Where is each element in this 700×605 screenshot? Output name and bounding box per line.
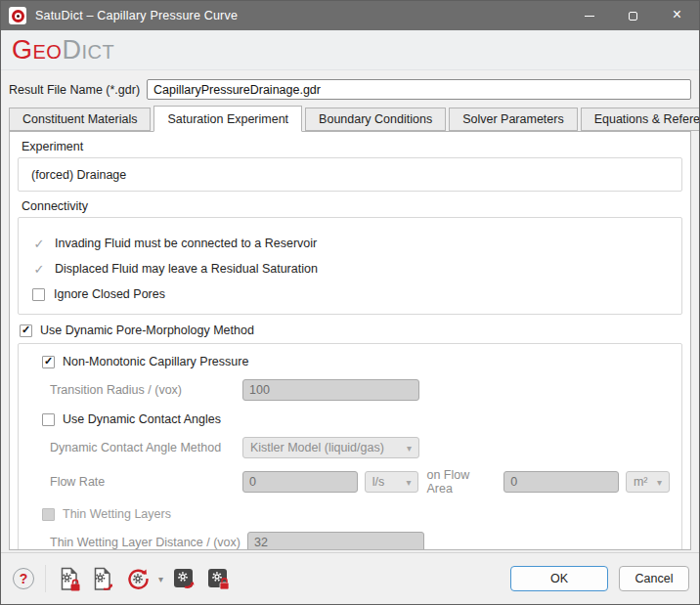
maximize-button[interactable] bbox=[611, 1, 655, 30]
tab-bar: Constituent Materials Saturation Experim… bbox=[1, 105, 699, 131]
document-gear-lock-icon bbox=[59, 567, 81, 591]
app-icon-dot bbox=[15, 13, 22, 20]
contact-angle-method-row: Dynamic Contact Angle Method Kistler Mod… bbox=[50, 437, 670, 458]
titlebar[interactable]: SatuDict – Capillary Pressure Curve × bbox=[1, 1, 699, 30]
checkmark-icon: ✓ bbox=[44, 356, 53, 367]
contact-angle-method-value: Kistler Model (liquid/gas) bbox=[250, 441, 384, 454]
document-gear-arrow-icon bbox=[92, 567, 114, 591]
result-file-row: Result File Name (*.gdr) bbox=[1, 70, 699, 105]
cancel-button[interactable]: Cancel bbox=[619, 566, 689, 591]
experiment-selection-box[interactable]: (forced) Drainage bbox=[18, 157, 682, 192]
checkmark-icon: ✓ bbox=[32, 262, 46, 277]
ok-button[interactable]: OK bbox=[510, 566, 608, 591]
connectivity-item-reservoir: ✓ Invading Fluid must be connected to a … bbox=[32, 236, 681, 251]
flow-rate-label: Flow Rate bbox=[50, 475, 242, 489]
minimize-button[interactable] bbox=[567, 1, 611, 30]
connectivity-section-label: Connectivity bbox=[22, 199, 678, 213]
dropdown-arrow-icon: ▾ bbox=[406, 477, 411, 488]
apply-settings-button[interactable] bbox=[169, 564, 200, 593]
tab-solver-parameters[interactable]: Solver Parameters bbox=[449, 108, 578, 131]
flow-rate-input: 0 bbox=[242, 471, 358, 493]
checkmark-icon: ✓ bbox=[32, 237, 46, 251]
result-file-input[interactable] bbox=[147, 79, 691, 100]
use-dynamic-pore-morphology-label: Use Dynamic Pore-Morphology Method bbox=[40, 324, 254, 337]
logo-text-g: G bbox=[12, 37, 33, 64]
flow-area-unit-value: m² bbox=[634, 475, 648, 489]
ignore-closed-pores-checkbox[interactable] bbox=[32, 288, 45, 301]
window-controls: × bbox=[567, 1, 699, 30]
flow-rate-unit-value: l/s bbox=[372, 475, 385, 489]
load-settings-button[interactable] bbox=[88, 564, 118, 593]
reset-settings-button[interactable] bbox=[121, 564, 154, 593]
transition-radius-label: Transition Radius / (vox) bbox=[50, 383, 242, 397]
save-settings-button[interactable] bbox=[55, 564, 85, 593]
maximize-icon bbox=[629, 12, 637, 21]
logo-text-d: D bbox=[62, 37, 81, 64]
dropdown-arrow-icon: ▾ bbox=[657, 477, 662, 488]
result-file-label: Result File Name (*.gdr) bbox=[9, 83, 140, 97]
dropdown-arrow-icon: ▾ bbox=[407, 443, 412, 454]
thin-wetting-layers-checkbox bbox=[42, 508, 55, 521]
use-dynamic-contact-angles-row: Use Dynamic Contact Angles bbox=[42, 411, 670, 427]
tab-equations-references[interactable]: Equations & References bbox=[581, 108, 700, 131]
help-button[interactable]: ? bbox=[13, 568, 34, 589]
connectivity-item-residual: ✓ Displaced Fluid may leave a Residual S… bbox=[32, 261, 681, 277]
contact-angle-method-label: Dynamic Contact Angle Method bbox=[50, 441, 242, 454]
transition-radius-input: 100 bbox=[242, 379, 419, 401]
thin-wetting-distance-label: Thin Wetting Layer Distance / (vox) bbox=[50, 536, 241, 549]
thin-wetting-distance-input: 32 bbox=[247, 532, 424, 550]
dynamic-method-box: ✓ Non-Monotonic Capillary Pressure Trans… bbox=[18, 343, 682, 550]
thin-wetting-layers-label: Thin Wetting Layers bbox=[63, 507, 171, 521]
non-monotonic-checkbox[interactable]: ✓ bbox=[42, 356, 55, 368]
lock-settings-button[interactable] bbox=[203, 564, 235, 593]
tab-boundary-conditions[interactable]: Boundary Conditions bbox=[305, 108, 446, 131]
geodict-logo: GEODICT bbox=[12, 37, 114, 64]
close-icon: × bbox=[673, 7, 681, 22]
experiment-section-label: Experiment bbox=[22, 140, 678, 153]
connectivity-box: ✓ Invading Fluid must be connected to a … bbox=[18, 217, 682, 315]
ignore-closed-pores-row: Ignore Closed Pores bbox=[32, 286, 681, 302]
flow-area-input: 0 bbox=[503, 471, 619, 493]
reset-dropdown-arrow-icon[interactable]: ▾ bbox=[158, 574, 163, 584]
transition-radius-row: Transition Radius / (vox) 100 bbox=[50, 379, 670, 401]
dark-gear-arrow-icon bbox=[173, 567, 197, 590]
window-title: SatuDict – Capillary Pressure Curve bbox=[35, 9, 238, 22]
use-dynamic-contact-angles-checkbox[interactable] bbox=[42, 413, 55, 426]
flow-rate-unit-dropdown: l/s ▾ bbox=[365, 471, 419, 493]
non-monotonic-label: Non-Monotonic Capillary Pressure bbox=[63, 355, 248, 368]
experiment-value: (forced) Drainage bbox=[31, 168, 126, 182]
dialog-window: SatuDict – Capillary Pressure Curve × GE… bbox=[0, 0, 700, 605]
flow-area-unit-dropdown: m² ▾ bbox=[626, 471, 670, 493]
logo-text-eo: EO bbox=[33, 42, 63, 62]
use-dynamic-pore-morphology-checkbox[interactable]: ✓ bbox=[20, 324, 32, 337]
logo-bar: GEODICT bbox=[1, 30, 699, 70]
contact-angle-method-dropdown: Kistler Model (liquid/gas) ▾ bbox=[242, 437, 419, 458]
close-button[interactable]: × bbox=[655, 1, 699, 30]
app-icon-ring bbox=[12, 10, 24, 22]
connectivity-item-label: Displaced Fluid may leave a Residual Sat… bbox=[55, 262, 318, 276]
tab-saturation-experiment[interactable]: Saturation Experiment bbox=[153, 106, 302, 132]
tab-panel: Experiment (forced) Drainage Connectivit… bbox=[9, 131, 691, 550]
use-dynamic-contact-angles-label: Use Dynamic Contact Angles bbox=[63, 412, 221, 426]
thin-wetting-layers-row: Thin Wetting Layers bbox=[42, 506, 670, 522]
non-monotonic-row: ✓ Non-Monotonic Capillary Pressure bbox=[42, 354, 670, 369]
minimize-icon bbox=[585, 16, 594, 17]
connectivity-item-label: Invading Fluid must be connected to a Re… bbox=[55, 237, 317, 250]
dark-gear-lock-icon bbox=[207, 567, 231, 590]
footer-separator bbox=[45, 565, 46, 592]
checkmark-icon: ✓ bbox=[22, 324, 30, 335]
logo-text-ict: ICT bbox=[81, 42, 114, 62]
reset-gear-icon bbox=[125, 566, 151, 591]
flow-rate-row: Flow Rate 0 l/s ▾ on Flow Area 0 m² ▾ bbox=[50, 468, 670, 496]
flow-area-label: on Flow Area bbox=[426, 468, 496, 496]
use-dynamic-pore-morphology-row: ✓ Use Dynamic Pore-Morphology Method bbox=[20, 323, 690, 338]
tab-constituent-materials[interactable]: Constituent Materials bbox=[9, 108, 151, 131]
app-icon bbox=[9, 7, 26, 24]
thin-wetting-distance-row: Thin Wetting Layer Distance / (vox) 32 bbox=[50, 532, 670, 550]
footer-bar: ? bbox=[1, 552, 699, 604]
ignore-closed-pores-label: Ignore Closed Pores bbox=[54, 287, 165, 301]
